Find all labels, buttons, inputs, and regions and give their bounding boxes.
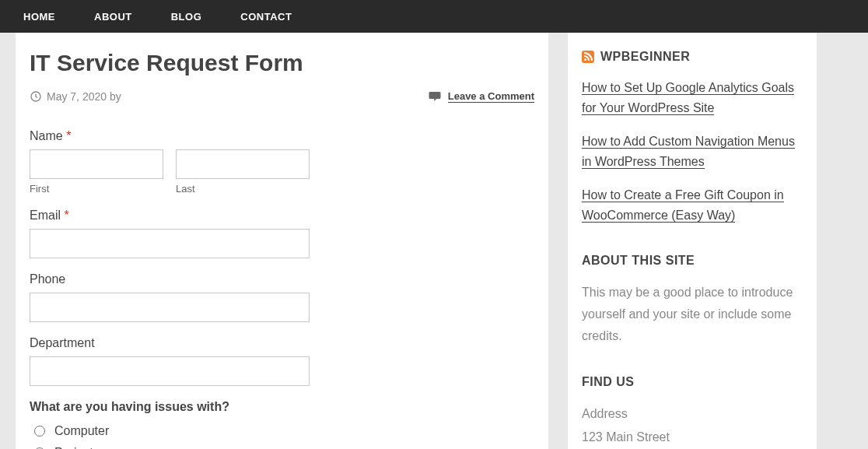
- nav-blog[interactable]: BLOG: [171, 11, 202, 23]
- post-date: May 7, 2020: [47, 90, 107, 103]
- last-name-input[interactable]: [176, 149, 310, 179]
- comment-icon: [428, 90, 442, 103]
- feed-link[interactable]: How to Create a Free Gift Coupon in WooC…: [582, 188, 784, 223]
- sidebar-about: ABOUT THIS SITE This may be a good place…: [582, 254, 803, 347]
- svg-rect-1: [582, 51, 594, 63]
- name-label: Name *: [30, 129, 534, 143]
- top-nav: HOME ABOUT BLOG CONTACT: [0, 0, 868, 33]
- leave-comment-link[interactable]: Leave a Comment: [448, 90, 534, 103]
- required-marker: *: [66, 129, 71, 142]
- department-label: Department: [30, 336, 534, 350]
- nav-contact[interactable]: CONTACT: [240, 11, 292, 23]
- feed-title: WPBEGINNER: [600, 50, 690, 64]
- nav-about[interactable]: ABOUT: [94, 11, 132, 23]
- rss-icon: [582, 51, 594, 63]
- last-sublabel: Last: [176, 183, 310, 195]
- issue-option-label: Projector: [54, 446, 104, 449]
- page-title: IT Service Request Form: [30, 50, 534, 76]
- svg-point-2: [584, 58, 586, 61]
- issues-field: What are you having issues with? Compute…: [30, 400, 534, 449]
- feed-link[interactable]: How to Add Custom Navigation Menus in Wo…: [582, 135, 795, 169]
- email-input[interactable]: [30, 229, 310, 258]
- issue-option-label: Computer: [54, 424, 109, 438]
- address-line1: 123 Main Street: [582, 426, 803, 448]
- post-meta: May 7, 2020 by Leave a Comment: [30, 90, 534, 114]
- nav-home[interactable]: HOME: [23, 11, 55, 23]
- sidebar: WPBEGINNER How to Set Up Google Analytic…: [568, 33, 817, 449]
- sidebar-feed: WPBEGINNER How to Set Up Google Analytic…: [582, 50, 803, 226]
- findus-title: FIND US: [582, 375, 803, 389]
- issue-radio-computer[interactable]: [34, 426, 45, 437]
- department-input[interactable]: [30, 356, 310, 386]
- post-by-label: by: [110, 90, 121, 103]
- name-field: Name * First Last: [30, 129, 534, 195]
- main-content: IT Service Request Form May 7, 2020 by L…: [16, 33, 548, 449]
- email-field: Email *: [30, 209, 534, 258]
- sidebar-findus: FIND US Address 123 Main Street New York…: [582, 375, 803, 449]
- about-text: This may be a good place to introduce yo…: [582, 282, 803, 347]
- phone-field: Phone: [30, 272, 534, 322]
- issues-label: What are you having issues with?: [30, 400, 534, 414]
- department-field: Department: [30, 336, 534, 386]
- about-title: ABOUT THIS SITE: [582, 254, 803, 268]
- phone-input[interactable]: [30, 293, 310, 322]
- first-name-input[interactable]: [30, 149, 163, 179]
- first-sublabel: First: [30, 183, 163, 195]
- feed-link[interactable]: How to Set Up Google Analytics Goals for…: [582, 81, 794, 115]
- email-label: Email *: [30, 209, 534, 223]
- phone-label: Phone: [30, 272, 534, 286]
- required-marker: *: [64, 209, 68, 222]
- address-label: Address: [582, 403, 803, 425]
- clock-icon: [30, 90, 42, 103]
